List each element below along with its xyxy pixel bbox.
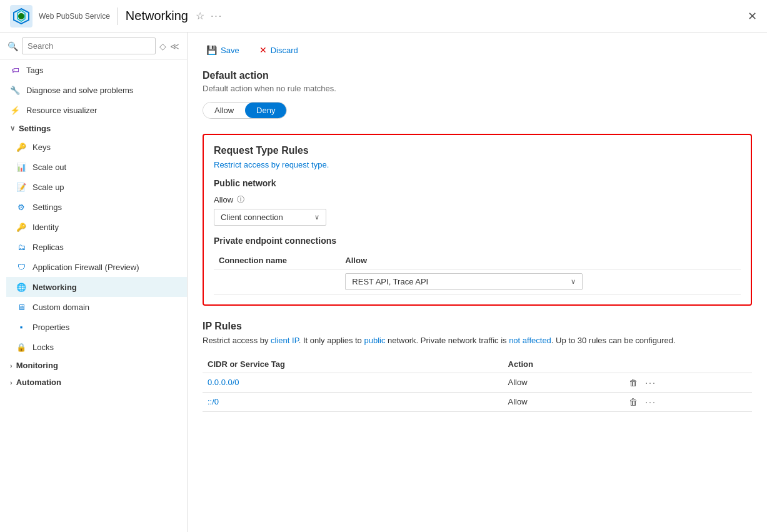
- sidebar-item-keys[interactable]: 🔑 Keys: [6, 137, 187, 157]
- cidr-value: 0.0.0.0/0: [208, 378, 239, 387]
- default-action-section: Default action Default action when no ru…: [203, 70, 752, 119]
- more-options-dots[interactable]: ···: [211, 11, 223, 22]
- replicas-icon: 🗂: [16, 242, 26, 252]
- deny-toggle[interactable]: Deny: [245, 103, 286, 118]
- dropdown-chevron-icon: ∨: [314, 213, 319, 221]
- endpoint-row: REST API, Trace API ∨: [214, 269, 741, 294]
- sidebar-item-label: Scale up: [33, 183, 64, 192]
- monitoring-section-header[interactable]: › Monitoring: [0, 357, 187, 374]
- settings-label: Settings: [19, 124, 51, 133]
- app-logo: [10, 5, 33, 28]
- default-action-toggle: Allow Deny: [203, 102, 287, 119]
- sidebar-item-identity[interactable]: 🔑 Identity: [6, 217, 187, 237]
- rest-api-dropdown[interactable]: REST API, Trace API ∨: [345, 273, 583, 290]
- discard-button[interactable]: ✕ Discard: [256, 43, 302, 58]
- sidebar-item-label: Diagnose and solve problems: [26, 86, 133, 95]
- sidebar-item-app-firewall[interactable]: 🛡 Application Firewall (Preview): [6, 257, 187, 277]
- properties-icon: ▪: [16, 322, 26, 332]
- tags-icon: 🏷: [10, 65, 20, 75]
- settings-section-header[interactable]: ∨ Settings: [0, 120, 187, 137]
- client-ip-link[interactable]: client IP: [271, 336, 299, 345]
- ip-row-actions: 🗑 ···: [629, 397, 747, 407]
- cidr-header: CIDR or Service Tag: [203, 356, 503, 373]
- ip-rules-title: IP Rules: [203, 321, 752, 332]
- identity-icon: 🔑: [16, 222, 26, 232]
- save-button[interactable]: 💾 Save: [203, 43, 243, 58]
- sidebar-item-custom-domain[interactable]: 🖥 Custom domain: [6, 297, 187, 317]
- delete-icon[interactable]: 🗑: [629, 397, 638, 407]
- not-affected-link[interactable]: not affected: [509, 336, 551, 345]
- settings-icon: ⚙: [16, 202, 26, 212]
- action-value: Allow: [503, 373, 624, 392]
- more-options-icon[interactable]: ···: [645, 397, 656, 407]
- sidebar-item-label: Networking: [33, 283, 77, 292]
- sidebar-item-diagnose[interactable]: 🔧 Diagnose and solve problems: [0, 80, 187, 100]
- action-value: Allow: [503, 392, 624, 411]
- close-button[interactable]: ✕: [748, 9, 757, 23]
- main-layout: 🔍 ◇ ≪ 🏷 Tags 🔧 Diagnose and solve proble…: [0, 33, 767, 532]
- sidebar-item-scale-out[interactable]: 📊 Scale out: [6, 157, 187, 177]
- keys-icon: 🔑: [16, 142, 26, 152]
- request-type-rules-subtitle[interactable]: Restrict access by request type.: [214, 160, 741, 169]
- discard-icon: ✕: [259, 45, 267, 55]
- app-firewall-icon: 🛡: [16, 262, 26, 272]
- request-type-rules-title: Request Type Rules: [214, 145, 741, 156]
- more-options-icon[interactable]: ···: [645, 378, 656, 388]
- public-network-section: Public network Allow ⓘ Client connection…: [214, 178, 741, 226]
- ip-rule-row: 0.0.0.0/0 Allow 🗑 ···: [203, 373, 752, 392]
- sidebar-item-settings[interactable]: ⚙ Settings: [6, 197, 187, 217]
- ip-row-actions: 🗑 ···: [629, 378, 747, 388]
- endpoint-table: Connection name Allow REST API, Trace AP…: [214, 252, 741, 294]
- settings-subsection: 🔑 Keys 📊 Scale out 📝 Scale up ⚙ Settings…: [0, 137, 187, 357]
- delete-icon[interactable]: 🗑: [629, 378, 638, 388]
- favorite-star[interactable]: ☆: [196, 10, 204, 22]
- sidebar-item-properties[interactable]: ▪ Properties: [6, 317, 187, 337]
- action-header: Action: [503, 356, 624, 373]
- monitoring-label: Monitoring: [16, 361, 58, 370]
- request-type-rules-box: Request Type Rules Restrict access by re…: [203, 134, 752, 306]
- settings-chevron: ∨: [10, 124, 15, 133]
- automation-section-header[interactable]: › Automation: [0, 374, 187, 391]
- top-bar: Web PubSub Service Networking ☆ ··· ✕: [0, 0, 767, 33]
- sidebar-item-label: Resource visualizer: [26, 106, 97, 115]
- automation-chevron: ›: [10, 379, 13, 386]
- pin-icon[interactable]: ◇: [159, 41, 166, 51]
- diagnose-icon: 🔧: [10, 85, 20, 95]
- monitoring-chevron: ›: [10, 362, 13, 369]
- scale-out-icon: 📊: [16, 162, 26, 172]
- search-input[interactable]: [22, 38, 156, 54]
- info-icon[interactable]: ⓘ: [237, 194, 244, 205]
- allow-label-row: Allow ⓘ: [214, 194, 741, 205]
- sidebar-search-row: 🔍 ◇ ≪: [0, 33, 187, 60]
- rest-api-value: REST API, Trace API: [352, 277, 428, 286]
- svg-point-2: [18, 13, 24, 19]
- sidebar-item-replicas[interactable]: 🗂 Replicas: [6, 237, 187, 257]
- search-icon: 🔍: [8, 41, 18, 51]
- sidebar-item-label: Custom domain: [33, 303, 89, 312]
- sidebar-item-tags[interactable]: 🏷 Tags: [0, 60, 187, 80]
- default-action-subtitle: Default action when no rule matches.: [203, 84, 752, 93]
- ip-table: CIDR or Service Tag Action 0.0.0.0/0 All…: [203, 356, 752, 412]
- allow-label: Allow: [214, 195, 233, 204]
- resource-visualizer-icon: ⚡: [10, 105, 20, 115]
- allow-toggle[interactable]: Allow: [203, 103, 245, 118]
- save-label: Save: [221, 46, 239, 55]
- discard-label: Discard: [271, 46, 298, 55]
- sidebar-item-label: Keys: [33, 143, 51, 152]
- custom-domain-icon: 🖥: [16, 302, 26, 312]
- sidebar: 🔍 ◇ ≪ 🏷 Tags 🔧 Diagnose and solve proble…: [0, 33, 188, 532]
- client-connection-dropdown[interactable]: Client connection ∨: [214, 209, 326, 226]
- public-link[interactable]: public: [364, 336, 385, 345]
- ip-rule-row: ::/0 Allow 🗑 ···: [203, 392, 752, 411]
- sidebar-item-resource-visualizer[interactable]: ⚡ Resource visualizer: [0, 100, 187, 120]
- private-endpoint-title: Private endpoint connections: [214, 236, 741, 246]
- sidebar-item-scale-up[interactable]: 📝 Scale up: [6, 177, 187, 197]
- collapse-icon[interactable]: ≪: [170, 41, 179, 51]
- sidebar-item-label: Application Firewall (Preview): [33, 263, 139, 272]
- sidebar-item-networking[interactable]: 🌐 Networking: [6, 277, 187, 297]
- ip-rules-subtitle: Restrict access by client IP. It only ap…: [203, 334, 752, 347]
- save-icon: 💾: [206, 45, 217, 55]
- locks-icon: 🔒: [16, 342, 26, 352]
- public-network-title: Public network: [214, 178, 741, 188]
- sidebar-item-locks[interactable]: 🔒 Locks: [6, 337, 187, 357]
